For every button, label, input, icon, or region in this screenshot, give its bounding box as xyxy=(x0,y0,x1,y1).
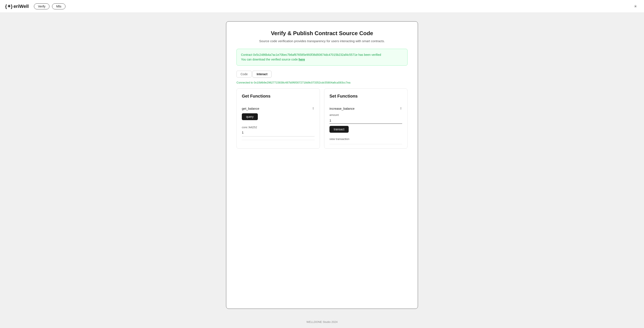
nfts-nav-button[interactable]: Nfts xyxy=(52,3,66,9)
get-balance-result-box: core::felt252 1 xyxy=(242,124,314,137)
get-functions-title: Get Functions xyxy=(242,94,314,99)
footer: WELLDONE Studio 2024 xyxy=(0,317,644,327)
amount-input[interactable] xyxy=(330,117,402,124)
increase-balance-body: amount transact view transaction xyxy=(330,113,402,144)
header-right: ☀ xyxy=(632,3,639,10)
connected-address: Connected to 0x10bfb9e29627715838c487b0f… xyxy=(236,81,408,84)
transact-button[interactable]: transact xyxy=(330,126,349,133)
get-balance-row: get_balance ⇧ query core::felt252 1 xyxy=(242,104,314,140)
header-nav: Verify Nfts xyxy=(34,3,66,9)
tab-interact[interactable]: Interact xyxy=(252,71,272,78)
functions-grid: Get Functions get_balance ⇧ query core::… xyxy=(236,88,408,149)
main-card: Verify & Publish Contract Source Code So… xyxy=(226,21,418,309)
success-line2: You can download the verified source cod… xyxy=(241,57,403,62)
set-functions-title: Set Functions xyxy=(330,94,402,99)
success-line1: Contract 0x5c2486b4a7ac1e70bec7b6af67658… xyxy=(241,52,403,57)
increase-balance-header[interactable]: increase_balance ⇧ xyxy=(330,104,402,113)
amount-field-group: amount xyxy=(330,113,402,124)
increase-balance-row: increase_balance ⇧ amount transact view … xyxy=(330,104,402,144)
view-transaction-link[interactable]: view transaction xyxy=(330,137,402,141)
logo-icon: {✦} xyxy=(5,4,12,9)
success-line2-prefix: You can download the verified source cod… xyxy=(241,58,298,61)
theme-toggle-button[interactable]: ☀ xyxy=(632,3,639,10)
result-label: core::felt252 xyxy=(242,126,314,129)
footer-text: WELLDONE Studio 2024 xyxy=(306,320,338,324)
verify-nav-button[interactable]: Verify xyxy=(34,3,50,9)
logo-text: eriWell xyxy=(14,4,29,9)
tab-code[interactable]: Code xyxy=(236,71,252,78)
chevron-up-icon-set: ⇧ xyxy=(400,107,402,110)
query-button[interactable]: query xyxy=(242,113,258,120)
increase-balance-name: increase_balance xyxy=(330,107,355,110)
amount-label: amount xyxy=(330,113,402,117)
get-balance-header[interactable]: get_balance ⇧ xyxy=(242,104,314,113)
set-functions-panel: Set Functions increase_balance ⇧ amount … xyxy=(324,88,408,149)
sun-icon: ☀ xyxy=(634,4,638,9)
download-link[interactable]: here xyxy=(298,58,305,61)
success-banner: Contract 0x5c2486b4a7ac1e70bec7b6af67658… xyxy=(236,49,408,66)
tabs-container: Code Interact xyxy=(236,71,408,78)
get-balance-body: query core::felt252 1 xyxy=(242,113,314,140)
get-functions-panel: Get Functions get_balance ⇧ query core::… xyxy=(236,88,320,149)
chevron-up-icon: ⇧ xyxy=(312,107,314,110)
page-subtitle: Source code verification provides transp… xyxy=(236,39,408,43)
logo: {✦} eriWell xyxy=(5,4,29,9)
result-value: 1 xyxy=(242,130,314,135)
main-content: Verify & Publish Contract Source Code So… xyxy=(0,13,644,317)
page-title: Verify & Publish Contract Source Code xyxy=(236,30,408,37)
header: {✦} eriWell Verify Nfts ☀ xyxy=(0,0,644,13)
get-balance-name: get_balance xyxy=(242,107,259,110)
